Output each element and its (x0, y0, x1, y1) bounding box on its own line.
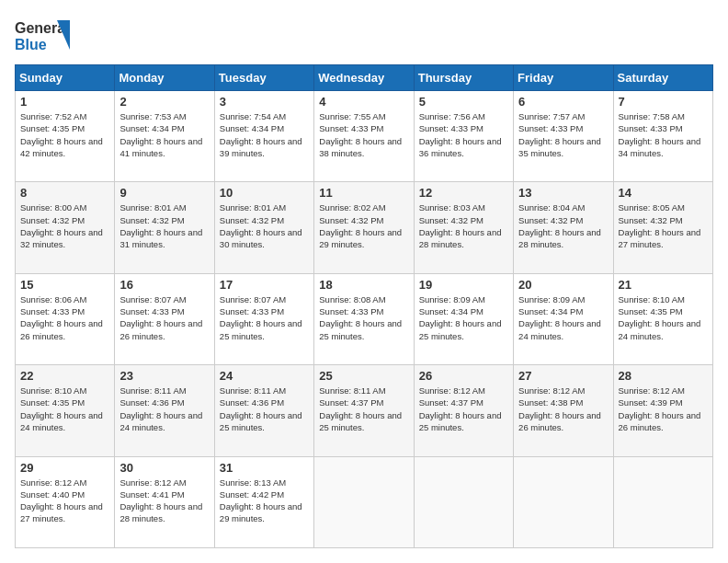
calendar-cell: 27Sunrise: 8:12 AMSunset: 4:38 PMDayligh… (514, 365, 613, 456)
day-info: Sunrise: 7:54 AMSunset: 4:34 PMDaylight:… (220, 110, 309, 159)
calendar-cell (414, 456, 513, 547)
day-info: Sunrise: 8:09 AMSunset: 4:34 PMDaylight:… (518, 293, 608, 342)
day-info: Sunrise: 8:06 AMSunset: 4:33 PMDaylight:… (20, 293, 109, 342)
calendar-cell: 26Sunrise: 8:12 AMSunset: 4:37 PMDayligh… (414, 365, 513, 456)
day-info: Sunrise: 8:12 AMSunset: 4:38 PMDaylight:… (518, 385, 608, 433)
calendar-cell: 19Sunrise: 8:09 AMSunset: 4:34 PMDayligh… (414, 273, 513, 364)
day-info: Sunrise: 7:57 AMSunset: 4:33 PMDaylight:… (518, 110, 608, 159)
calendar-cell: 14Sunrise: 8:05 AMSunset: 4:32 PMDayligh… (613, 182, 712, 273)
day-number: 20 (518, 278, 608, 292)
calendar-cell: 12Sunrise: 8:03 AMSunset: 4:32 PMDayligh… (414, 182, 513, 273)
calendar-cell (314, 456, 414, 547)
calendar-cell: 28Sunrise: 8:12 AMSunset: 4:39 PMDayligh… (613, 365, 712, 456)
calendar-cell: 29Sunrise: 8:12 AMSunset: 4:40 PMDayligh… (16, 456, 115, 547)
day-number: 1 (20, 95, 109, 109)
calendar-cell: 8Sunrise: 8:00 AMSunset: 4:32 PMDaylight… (16, 182, 115, 273)
weekday-header-monday: Monday (115, 65, 214, 91)
day-number: 15 (20, 278, 109, 292)
day-info: Sunrise: 8:03 AMSunset: 4:32 PMDaylight:… (419, 201, 508, 250)
day-number: 4 (319, 95, 408, 109)
day-number: 25 (319, 369, 408, 383)
calendar-cell: 9Sunrise: 8:01 AMSunset: 4:32 PMDaylight… (115, 182, 214, 273)
day-number: 31 (220, 461, 309, 475)
day-info: Sunrise: 8:00 AMSunset: 4:32 PMDaylight:… (20, 201, 109, 250)
day-number: 14 (619, 186, 708, 200)
day-info: Sunrise: 8:12 AMSunset: 4:37 PMDaylight:… (419, 385, 508, 433)
calendar-cell: 20Sunrise: 8:09 AMSunset: 4:34 PMDayligh… (514, 273, 613, 364)
calendar-cell: 4Sunrise: 7:55 AMSunset: 4:33 PMDaylight… (314, 91, 414, 182)
day-number: 22 (20, 369, 109, 383)
day-number: 27 (518, 369, 608, 383)
day-info: Sunrise: 8:12 AMSunset: 4:40 PMDaylight:… (20, 477, 109, 525)
calendar-cell: 3Sunrise: 7:54 AMSunset: 4:34 PMDaylight… (214, 91, 313, 182)
header: General Blue (15, 15, 713, 55)
calendar-cell: 30Sunrise: 8:12 AMSunset: 4:41 PMDayligh… (115, 456, 214, 547)
day-number: 8 (20, 186, 109, 200)
calendar-table: SundayMondayTuesdayWednesdayThursdayFrid… (15, 64, 713, 548)
day-info: Sunrise: 7:52 AMSunset: 4:35 PMDaylight:… (20, 110, 109, 159)
weekday-header-saturday: Saturday (613, 65, 712, 91)
day-number: 9 (119, 186, 209, 200)
calendar-cell: 13Sunrise: 8:04 AMSunset: 4:32 PMDayligh… (514, 182, 613, 273)
day-info: Sunrise: 8:04 AMSunset: 4:32 PMDaylight:… (518, 201, 608, 250)
day-info: Sunrise: 8:13 AMSunset: 4:42 PMDaylight:… (220, 477, 309, 525)
day-info: Sunrise: 8:12 AMSunset: 4:39 PMDaylight:… (619, 385, 708, 433)
calendar-cell (514, 456, 613, 547)
calendar-cell: 11Sunrise: 8:02 AMSunset: 4:32 PMDayligh… (314, 182, 414, 273)
day-info: Sunrise: 8:11 AMSunset: 4:36 PMDaylight:… (220, 385, 309, 433)
day-info: Sunrise: 7:53 AMSunset: 4:34 PMDaylight:… (119, 110, 209, 159)
day-info: Sunrise: 8:10 AMSunset: 4:35 PMDaylight:… (20, 385, 109, 433)
calendar-cell: 24Sunrise: 8:11 AMSunset: 4:36 PMDayligh… (214, 365, 313, 456)
day-number: 28 (619, 369, 708, 383)
day-number: 19 (419, 278, 508, 292)
day-info: Sunrise: 8:11 AMSunset: 4:36 PMDaylight:… (119, 385, 209, 433)
page: General Blue SundayMondayTuesdayWednesda… (0, 0, 728, 563)
logo-icon: General Blue (15, 15, 70, 55)
day-info: Sunrise: 7:55 AMSunset: 4:33 PMDaylight:… (319, 110, 408, 159)
day-number: 21 (619, 278, 708, 292)
calendar-cell: 18Sunrise: 8:08 AMSunset: 4:33 PMDayligh… (314, 273, 414, 364)
day-info: Sunrise: 8:12 AMSunset: 4:41 PMDaylight:… (119, 477, 209, 525)
day-number: 11 (319, 186, 408, 200)
calendar-cell: 7Sunrise: 7:58 AMSunset: 4:33 PMDaylight… (613, 91, 712, 182)
day-number: 30 (119, 461, 209, 475)
calendar-cell: 16Sunrise: 8:07 AMSunset: 4:33 PMDayligh… (115, 273, 214, 364)
calendar-cell: 21Sunrise: 8:10 AMSunset: 4:35 PMDayligh… (613, 273, 712, 364)
calendar-cell: 31Sunrise: 8:13 AMSunset: 4:42 PMDayligh… (214, 456, 313, 547)
day-number: 26 (419, 369, 508, 383)
day-info: Sunrise: 8:02 AMSunset: 4:32 PMDaylight:… (319, 201, 408, 250)
calendar-cell: 2Sunrise: 7:53 AMSunset: 4:34 PMDaylight… (115, 91, 214, 182)
day-number: 23 (119, 369, 209, 383)
weekday-header-friday: Friday (514, 65, 613, 91)
day-number: 13 (518, 186, 608, 200)
day-info: Sunrise: 8:07 AMSunset: 4:33 PMDaylight:… (220, 293, 309, 342)
day-info: Sunrise: 8:07 AMSunset: 4:33 PMDaylight:… (119, 293, 209, 342)
logo: General Blue (15, 15, 70, 55)
weekday-header-tuesday: Tuesday (214, 65, 313, 91)
day-info: Sunrise: 8:10 AMSunset: 4:35 PMDaylight:… (619, 293, 708, 342)
weekday-header-sunday: Sunday (16, 65, 115, 91)
day-info: Sunrise: 8:09 AMSunset: 4:34 PMDaylight:… (419, 293, 508, 342)
day-info: Sunrise: 8:11 AMSunset: 4:37 PMDaylight:… (319, 385, 408, 433)
day-number: 6 (518, 95, 608, 109)
svg-text:Blue: Blue (15, 37, 47, 52)
day-info: Sunrise: 7:56 AMSunset: 4:33 PMDaylight:… (419, 110, 508, 159)
calendar-cell: 10Sunrise: 8:01 AMSunset: 4:32 PMDayligh… (214, 182, 313, 273)
day-number: 5 (419, 95, 508, 109)
day-info: Sunrise: 8:08 AMSunset: 4:33 PMDaylight:… (319, 293, 408, 342)
day-number: 3 (220, 95, 309, 109)
day-info: Sunrise: 8:05 AMSunset: 4:32 PMDaylight:… (619, 201, 708, 250)
day-number: 24 (220, 369, 309, 383)
day-number: 2 (119, 95, 209, 109)
day-number: 18 (319, 278, 408, 292)
day-number: 16 (119, 278, 209, 292)
calendar-cell: 23Sunrise: 8:11 AMSunset: 4:36 PMDayligh… (115, 365, 214, 456)
calendar-cell: 17Sunrise: 8:07 AMSunset: 4:33 PMDayligh… (214, 273, 313, 364)
day-number: 17 (220, 278, 309, 292)
day-info: Sunrise: 8:01 AMSunset: 4:32 PMDaylight:… (119, 201, 209, 250)
day-number: 7 (619, 95, 708, 109)
day-number: 10 (220, 186, 309, 200)
day-number: 12 (419, 186, 508, 200)
calendar-cell: 5Sunrise: 7:56 AMSunset: 4:33 PMDaylight… (414, 91, 513, 182)
day-number: 29 (20, 461, 109, 475)
